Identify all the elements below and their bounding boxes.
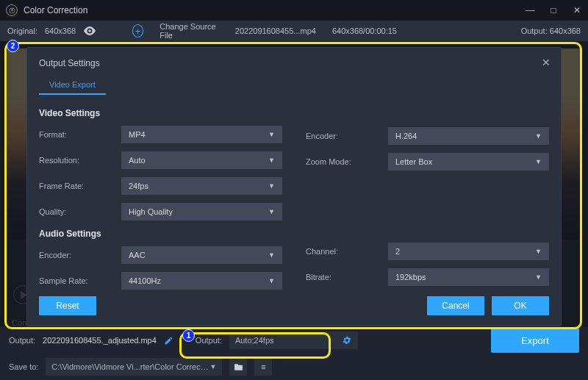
format-label: Format:: [39, 130, 121, 139]
output-filename: 2022091608455._adjusted.mp4: [43, 336, 157, 345]
output-settings-dialog: ✕ Output Settings Video Export Video Set…: [26, 47, 562, 326]
info-bar: Original: 640x368 + Change Source File 2…: [0, 21, 588, 41]
chevron-down-icon: ▼: [535, 248, 542, 255]
resolution-select[interactable]: Auto▼: [121, 151, 282, 169]
chevron-down-icon: ▼: [268, 208, 275, 215]
chevron-down-icon: ▼: [209, 363, 216, 370]
encoder-label: Encoder:: [306, 132, 388, 140]
bottom-bar: Output: 2022091608455._adjusted.mp4 Outp…: [0, 327, 588, 380]
channel-select[interactable]: 2▼: [388, 243, 549, 260]
chevron-down-icon: ▼: [268, 157, 275, 164]
audio-encoder-select[interactable]: AAC▼: [121, 246, 282, 264]
source-dims-time: 640x368/00:00:15: [332, 26, 397, 35]
format-select[interactable]: MP4▼: [121, 126, 282, 143]
framerate-label: Frame Rate:: [39, 182, 121, 190]
original-label: Original:: [7, 26, 37, 35]
output-mode-label: Output:: [196, 336, 222, 345]
output-mode-value: Auto;24fps: [235, 336, 274, 345]
output-file-label: Output:: [9, 336, 35, 345]
app-root: Color Correction — □ ✕ Original: 640x368…: [0, 0, 588, 380]
tab-video-export[interactable]: Video Export: [39, 76, 106, 95]
edit-filename-icon[interactable]: [164, 336, 173, 345]
chevron-down-icon: ▼: [268, 131, 275, 138]
chevron-down-icon: ▼: [535, 158, 542, 165]
maximize-button[interactable]: □: [548, 5, 559, 15]
video-settings-heading: Video Settings: [39, 108, 282, 118]
encoder-select[interactable]: H.264▼: [388, 127, 549, 145]
quality-select[interactable]: High Quality▼: [121, 203, 282, 221]
channel-label: Channel:: [306, 247, 388, 256]
export-button[interactable]: Export: [491, 328, 579, 353]
chevron-down-icon: ▼: [268, 251, 275, 259]
svg-point-2: [88, 29, 91, 32]
output-mode-select[interactable]: Auto;24fps: [229, 331, 358, 349]
eye-icon[interactable]: [83, 26, 96, 35]
samplerate-value: 44100Hz: [129, 276, 161, 285]
framerate-select[interactable]: 24fps▼: [121, 177, 282, 195]
encoder-value: H.264: [395, 132, 417, 140]
ok-button[interactable]: OK: [492, 296, 549, 315]
right-column: Encoder: H.264▼ Zoom Mode: Letter Box▼ C…: [306, 107, 549, 298]
zoom-select[interactable]: Letter Box▼: [388, 153, 549, 171]
chevron-down-icon: ▼: [535, 132, 542, 140]
move-up-button[interactable]: ≡: [254, 358, 272, 376]
samplerate-label: Sample Rate:: [39, 276, 121, 285]
change-source-link[interactable]: Change Source File: [159, 22, 219, 40]
save-path-value: C:\Vidmore\Vidmore Vi...rter\Color Corre…: [51, 362, 209, 371]
open-folder-button[interactable]: [229, 358, 247, 376]
close-button[interactable]: ✕: [572, 5, 582, 15]
save-path-select[interactable]: C:\Vidmore\Vidmore Vi...rter\Color Corre…: [46, 358, 222, 376]
original-dims: 640x368: [45, 26, 76, 35]
zoom-value: Letter Box: [395, 157, 432, 166]
save-to-label: Save to:: [9, 362, 38, 371]
dialog-title: Output Settings: [27, 48, 561, 71]
zoom-label: Zoom Mode:: [306, 157, 388, 166]
add-source-icon[interactable]: +: [132, 24, 143, 37]
source-filename: 2022091608455...mp4: [235, 26, 316, 35]
app-logo-icon: [6, 4, 18, 16]
left-column: Video Settings Format: MP4▼ Resolution: …: [39, 107, 282, 298]
reset-button[interactable]: Reset: [39, 296, 96, 315]
resolution-label: Resolution:: [39, 156, 121, 165]
gear-icon[interactable]: [342, 335, 352, 345]
svg-rect-1: [11, 8, 12, 11]
window-title: Color Correction: [24, 5, 87, 15]
output-dims: 640x368: [550, 26, 581, 35]
minimize-button[interactable]: —: [525, 5, 535, 15]
samplerate-select[interactable]: 44100Hz▼: [121, 272, 282, 290]
channel-value: 2: [395, 247, 400, 256]
quality-label: Quality:: [39, 207, 121, 216]
title-bar: Color Correction — □ ✕: [0, 0, 588, 21]
bitrate-select[interactable]: 192kbps▼: [388, 268, 549, 286]
framerate-value: 24fps: [129, 182, 148, 190]
bitrate-label: Bitrate:: [306, 273, 388, 282]
output-label: Output:: [521, 26, 548, 35]
format-value: MP4: [129, 130, 146, 139]
resolution-value: Auto: [129, 156, 146, 165]
quality-value: High Quality: [129, 207, 173, 216]
audio-encoder-label: Encoder:: [39, 251, 121, 259]
audio-settings-heading: Audio Settings: [39, 229, 282, 239]
dialog-close-icon[interactable]: ✕: [542, 57, 551, 68]
cancel-button[interactable]: Cancel: [427, 296, 484, 315]
chevron-down-icon: ▼: [268, 182, 275, 190]
chevron-down-icon: ▼: [268, 277, 275, 284]
audio-encoder-value: AAC: [129, 251, 146, 259]
bitrate-value: 192kbps: [395, 273, 426, 282]
chevron-down-icon: ▼: [535, 273, 542, 281]
